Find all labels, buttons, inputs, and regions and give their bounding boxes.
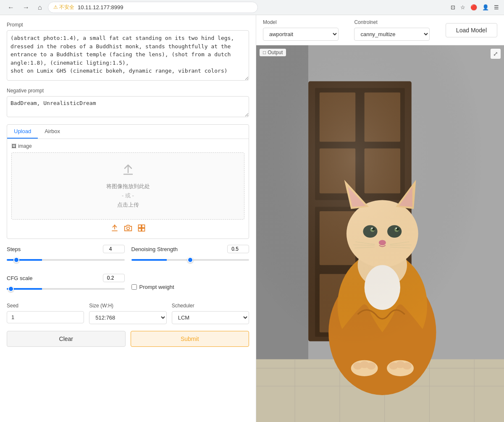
steps-denoising-row: Steps Denoising Strength <box>7 245 249 268</box>
size-select[interactable]: 512:768 512:512 768:512 768:1024 1024:10… <box>89 311 166 324</box>
output-image-container <box>256 45 504 422</box>
svg-rect-1 <box>138 225 141 228</box>
prompt-label: Prompt <box>7 22 249 28</box>
click-upload-text: 点击上传 <box>117 201 139 209</box>
steps-value-input[interactable] <box>103 245 125 253</box>
svg-rect-2 <box>142 225 144 228</box>
prompt-weight-row: Prompt weight <box>131 274 249 297</box>
nav-back-button[interactable]: ← <box>5 3 17 12</box>
output-label: □ Output <box>260 49 286 56</box>
scheduler-group: Scheduler LCM DDIM Euler Euler a DPM++ <box>172 303 249 324</box>
camera-action-icon[interactable] <box>124 224 132 234</box>
denoising-slider[interactable] <box>131 259 249 261</box>
load-model-button[interactable]: Load Model <box>446 23 497 37</box>
cfg-label: CFG scale <box>7 275 32 281</box>
expand-button[interactable]: ⤢ <box>491 49 501 59</box>
svg-rect-59 <box>256 45 504 422</box>
steps-header: Steps <box>7 245 125 253</box>
output-text: Output <box>268 50 283 55</box>
prompt-textarea[interactable] <box>7 30 249 81</box>
bottom-fields: Seed Size (W:H) 512:768 512:512 768:512 … <box>7 303 249 324</box>
negative-prompt-label: Negative prompt <box>7 88 249 94</box>
nav-forward-button[interactable]: → <box>20 3 32 12</box>
url-text: 10.11.12.177:8999 <box>78 4 123 10</box>
bookmark-icon[interactable]: ☆ <box>460 4 465 10</box>
tab-airbox[interactable]: Airbox <box>38 125 67 139</box>
extension-icon-1[interactable]: 🔴 <box>470 4 477 10</box>
model-group: Model awportrait dreamshaper realisticVi… <box>263 19 347 41</box>
upload-tabs: Upload Airbox <box>7 125 249 139</box>
denoising-header: Denoising Strength <box>131 245 249 253</box>
cfg-slider[interactable] <box>7 288 125 290</box>
steps-slider[interactable] <box>7 259 125 261</box>
size-group: Size (W:H) 512:768 512:512 768:512 768:1… <box>89 303 166 324</box>
cfg-slider-group: CFG scale <box>7 274 125 291</box>
extension-icon-2[interactable]: 👤 <box>482 4 489 10</box>
cfg-header: CFG scale <box>7 274 125 282</box>
extension-icon-3[interactable]: ☰ <box>494 4 499 10</box>
left-panel: Prompt Negative prompt Upload Airbox 🖼 i… <box>0 15 256 422</box>
submit-button[interactable]: Submit <box>131 331 249 347</box>
or-text: - 或 - <box>122 192 134 199</box>
upload-arrow-icon <box>121 163 135 179</box>
output-area: □ Output ⤢ <box>256 45 504 422</box>
svg-point-0 <box>126 227 129 230</box>
svg-rect-4 <box>142 228 144 231</box>
model-select[interactable]: awportrait dreamshaper realisticVision <box>263 28 339 41</box>
drop-actions <box>11 224 244 234</box>
seed-label: Seed <box>7 303 84 309</box>
size-label: Size (W:H) <box>89 303 166 309</box>
action-buttons: Clear Submit <box>7 331 249 347</box>
upload-body: 🖼 image 将图像拖放到此处 - 或 - 点击上传 <box>7 139 249 239</box>
denoising-value-input[interactable] <box>227 245 249 253</box>
controlnet-select[interactable]: canny_multize openpose depth none <box>354 28 430 41</box>
negative-prompt-textarea[interactable] <box>7 96 249 117</box>
cfg-promptweight-row: CFG scale Prompt weight <box>7 274 249 297</box>
steps-label: Steps <box>7 246 21 252</box>
image-icon: 🖼 <box>11 143 16 149</box>
address-bar[interactable]: ⚠ 不安全 10.11.12.177:8999 <box>48 2 258 13</box>
main-layout: Prompt Negative prompt Upload Airbox 🖼 i… <box>0 15 504 422</box>
model-label: Model <box>263 19 347 25</box>
translate-icon[interactable]: ⊡ <box>451 4 455 10</box>
image-label-text: image <box>18 143 32 149</box>
denoising-slider-group: Denoising Strength <box>131 245 249 262</box>
drop-zone[interactable]: 将图像拖放到此处 - 或 - 点击上传 <box>11 152 244 220</box>
output-icon: □ <box>263 50 266 55</box>
seed-group: Seed <box>7 303 84 324</box>
prompt-group: Prompt <box>7 22 249 82</box>
drop-text: 将图像拖放到此处 <box>106 183 150 190</box>
security-warning: ⚠ 不安全 <box>53 4 74 11</box>
denoising-label: Denoising Strength <box>131 246 178 252</box>
browser-toolbar-icons: ⊡ ☆ 🔴 👤 ☰ <box>451 4 499 10</box>
cfg-value-input[interactable] <box>103 274 125 282</box>
seed-input[interactable] <box>7 311 84 323</box>
browser-chrome: ← → ⌂ ⚠ 不安全 10.11.12.177:8999 ⊡ ☆ 🔴 👤 ☰ <box>0 0 504 15</box>
image-label-row: 🖼 image <box>11 143 244 149</box>
prompt-weight-label[interactable]: Prompt weight <box>139 284 174 290</box>
gallery-action-icon[interactable] <box>137 224 146 234</box>
right-panel: Model awportrait dreamshaper realisticVi… <box>256 15 504 422</box>
upload-action-icon[interactable] <box>110 224 119 234</box>
upload-section: Upload Airbox 🖼 image 将图像拖放到此处 - <box>7 124 249 239</box>
nav-home-button[interactable]: ⌂ <box>35 3 45 12</box>
prompt-weight-checkbox[interactable] <box>131 284 137 290</box>
negative-prompt-group: Negative prompt <box>7 88 249 118</box>
steps-slider-group: Steps <box>7 245 125 262</box>
model-controls: Model awportrait dreamshaper realisticVi… <box>256 15 504 45</box>
clear-button[interactable]: Clear <box>7 331 126 347</box>
scheduler-select[interactable]: LCM DDIM Euler Euler a DPM++ <box>172 311 249 324</box>
cat-image-svg <box>256 45 504 422</box>
controlnet-group: Controlnet canny_multize openpose depth … <box>354 19 438 41</box>
svg-rect-3 <box>138 228 141 231</box>
scheduler-label: Scheduler <box>172 303 249 309</box>
tab-upload[interactable]: Upload <box>7 125 38 139</box>
controlnet-label: Controlnet <box>354 19 438 25</box>
